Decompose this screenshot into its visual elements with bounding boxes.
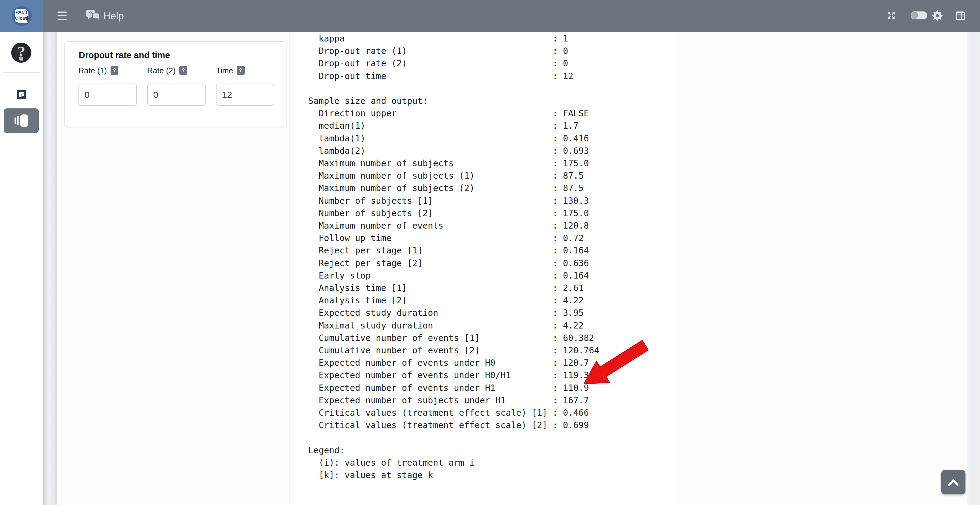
time-field: Time? bbox=[216, 66, 274, 106]
main-area: Dropout rate and time Rate (1)? Rate (2)… bbox=[57, 32, 980, 505]
expand-arrows-icon[interactable] bbox=[887, 11, 896, 21]
brand-logo[interactable]: PACT Cloud bbox=[0, 0, 43, 32]
help-label: Help bbox=[103, 10, 124, 22]
sun-icon[interactable] bbox=[931, 10, 943, 23]
brand-line2: Cloud bbox=[12, 15, 32, 21]
scroll-to-top-button[interactable] bbox=[941, 470, 966, 494]
brand-logo-icon: PACT Cloud bbox=[12, 6, 32, 26]
icon-sidebar: ? bbox=[0, 32, 43, 505]
output-text: kappa : 1 Drop-out rate (1) : 0 Drop-out… bbox=[290, 32, 678, 481]
rate1-input[interactable] bbox=[78, 84, 137, 106]
sidebar-divider bbox=[3, 72, 40, 73]
brand-line1: PACT bbox=[12, 9, 32, 15]
time-input[interactable] bbox=[216, 84, 274, 106]
rate1-label: Rate (1) bbox=[78, 66, 107, 75]
hamburger-menu-icon[interactable] bbox=[57, 11, 67, 20]
panel-scrollbar[interactable] bbox=[43, 32, 57, 505]
page-right-gutter bbox=[967, 32, 980, 505]
help-button[interactable]: ? Help bbox=[86, 9, 124, 23]
chat-question-icon: ? bbox=[86, 9, 100, 23]
question-mark-avatar[interactable]: ? bbox=[11, 43, 31, 63]
rate1-help-badge[interactable]: ? bbox=[111, 66, 118, 75]
sidebar-item-report[interactable] bbox=[17, 90, 26, 99]
header-bar: PACT Cloud ? Help bbox=[0, 0, 980, 32]
rate2-label: Rate (2) bbox=[147, 66, 176, 75]
sidebar-item-output-view[interactable] bbox=[4, 108, 39, 133]
rate1-field: Rate (1)? bbox=[78, 66, 137, 106]
rate2-help-badge[interactable]: ? bbox=[179, 66, 187, 75]
rate2-field: Rate (2)? bbox=[147, 66, 206, 106]
theme-toggle[interactable] bbox=[911, 11, 927, 19]
sidepanel-icon bbox=[14, 114, 28, 127]
dropout-card-title: Dropout rate and time bbox=[79, 50, 170, 60]
dropout-card: Dropout rate and time Rate (1)? Rate (2)… bbox=[64, 41, 287, 127]
time-label: Time bbox=[216, 66, 233, 75]
rate2-input[interactable] bbox=[147, 84, 206, 106]
svg-text:?: ? bbox=[89, 10, 92, 17]
time-help-badge[interactable]: ? bbox=[237, 66, 245, 75]
flipboard-icon bbox=[17, 90, 26, 99]
toggle-knob bbox=[911, 12, 918, 19]
chevron-up-icon bbox=[947, 478, 960, 487]
output-panel: kappa : 1 Drop-out rate (1) : 0 Drop-out… bbox=[289, 32, 678, 505]
grid-icon[interactable] bbox=[956, 11, 965, 21]
